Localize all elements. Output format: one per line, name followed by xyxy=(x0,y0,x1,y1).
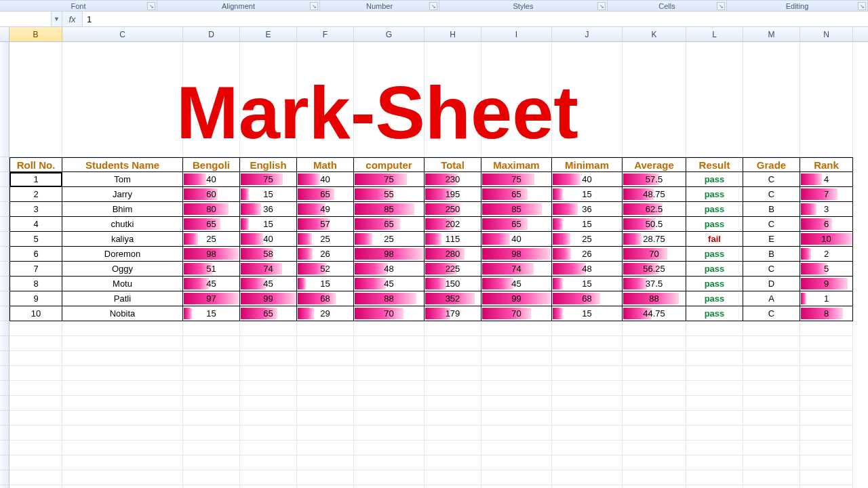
table-cell[interactable]: 48 xyxy=(354,262,425,277)
cell[interactable] xyxy=(297,426,354,441)
cell[interactable] xyxy=(62,336,183,351)
table-cell[interactable]: 98 xyxy=(354,247,425,262)
table-cell[interactable]: 68 xyxy=(552,291,623,306)
table-cell[interactable]: 62.5 xyxy=(623,202,686,217)
table-header[interactable]: computer xyxy=(354,157,425,172)
insert-function-button[interactable]: fx xyxy=(62,12,83,26)
table-cell[interactable]: fail xyxy=(686,232,743,247)
cell[interactable] xyxy=(9,396,62,411)
cell[interactable] xyxy=(425,42,481,157)
cell[interactable] xyxy=(481,336,552,351)
row-header[interactable] xyxy=(0,262,9,277)
cell[interactable] xyxy=(240,351,297,366)
table-cell[interactable]: 70 xyxy=(354,306,425,321)
cell[interactable] xyxy=(623,485,686,488)
cell[interactable] xyxy=(686,441,743,455)
table-cell[interactable]: 98 xyxy=(183,247,240,262)
table-cell[interactable]: 7 xyxy=(800,187,853,202)
table-cell[interactable]: pass xyxy=(686,247,743,262)
cell[interactable] xyxy=(800,470,853,485)
cell[interactable] xyxy=(9,42,62,157)
cell[interactable] xyxy=(9,321,62,336)
cell[interactable] xyxy=(354,381,425,396)
cell[interactable] xyxy=(62,441,183,455)
cell[interactable] xyxy=(240,381,297,396)
table-cell[interactable]: 9 xyxy=(9,291,62,306)
table-cell[interactable]: pass xyxy=(686,306,743,321)
table-cell[interactable]: 36 xyxy=(240,202,297,217)
table-cell[interactable]: 40 xyxy=(481,232,552,247)
cell[interactable] xyxy=(240,485,297,488)
cell[interactable] xyxy=(800,455,853,470)
table-cell[interactable]: 45 xyxy=(354,277,425,291)
col-header-F[interactable]: F xyxy=(297,27,354,41)
table-cell[interactable]: B xyxy=(743,247,800,262)
col-header-D[interactable]: D xyxy=(183,27,240,41)
table-cell[interactable]: 70 xyxy=(481,306,552,321)
cell[interactable] xyxy=(481,426,552,441)
cell[interactable] xyxy=(183,366,240,381)
cell[interactable] xyxy=(686,336,743,351)
table-header[interactable]: Bengoli xyxy=(183,157,240,172)
cell[interactable] xyxy=(743,396,800,411)
cell[interactable] xyxy=(425,366,481,381)
cell[interactable] xyxy=(354,396,425,411)
cell[interactable] xyxy=(240,470,297,485)
cell[interactable] xyxy=(183,426,240,441)
table-cell[interactable]: 1 xyxy=(9,172,62,187)
table-header[interactable]: English xyxy=(240,157,297,172)
table-cell[interactable]: Oggy xyxy=(62,262,183,277)
table-header[interactable]: Result xyxy=(686,157,743,172)
row-header[interactable] xyxy=(0,202,9,217)
cell[interactable] xyxy=(62,470,183,485)
table-header[interactable]: Grade xyxy=(743,157,800,172)
table-cell[interactable]: 85 xyxy=(354,202,425,217)
table-cell[interactable]: 2 xyxy=(9,187,62,202)
table-header[interactable]: Average xyxy=(623,157,686,172)
cell[interactable] xyxy=(425,351,481,366)
table-cell[interactable]: 29 xyxy=(297,306,354,321)
cell[interactable] xyxy=(354,42,425,157)
table-cell[interactable]: 15 xyxy=(552,306,623,321)
table-cell[interactable]: 15 xyxy=(183,306,240,321)
cell[interactable] xyxy=(481,396,552,411)
cell[interactable] xyxy=(62,366,183,381)
cell[interactable] xyxy=(481,381,552,396)
table-cell[interactable]: 4 xyxy=(800,172,853,187)
table-cell[interactable]: 179 xyxy=(425,306,481,321)
row-header[interactable] xyxy=(0,247,9,262)
cell[interactable] xyxy=(354,366,425,381)
row-header[interactable] xyxy=(0,306,9,321)
row-header[interactable] xyxy=(0,42,9,157)
cell[interactable] xyxy=(183,351,240,366)
cell[interactable] xyxy=(425,396,481,411)
table-cell[interactable]: 25 xyxy=(354,232,425,247)
table-cell[interactable]: 15 xyxy=(552,217,623,232)
cell[interactable] xyxy=(425,485,481,488)
row-header[interactable] xyxy=(0,351,9,366)
col-header-L[interactable]: L xyxy=(686,27,743,41)
table-cell[interactable]: 48 xyxy=(552,262,623,277)
cell[interactable] xyxy=(297,336,354,351)
table-cell[interactable]: pass xyxy=(686,217,743,232)
table-cell[interactable]: 45 xyxy=(183,277,240,291)
cell[interactable] xyxy=(9,336,62,351)
table-cell[interactable]: 60 xyxy=(183,187,240,202)
cell[interactable] xyxy=(183,485,240,488)
cell[interactable] xyxy=(743,470,800,485)
cell[interactable] xyxy=(240,366,297,381)
row-header[interactable] xyxy=(0,381,9,396)
table-cell[interactable]: 55 xyxy=(354,187,425,202)
cell[interactable] xyxy=(623,336,686,351)
cell[interactable] xyxy=(743,485,800,488)
table-cell[interactable]: Tom xyxy=(62,172,183,187)
table-cell[interactable]: pass xyxy=(686,291,743,306)
cell[interactable] xyxy=(623,396,686,411)
cell[interactable] xyxy=(240,455,297,470)
cell[interactable] xyxy=(297,470,354,485)
table-cell[interactable]: Bhim xyxy=(62,202,183,217)
cell[interactable] xyxy=(623,351,686,366)
row-header[interactable] xyxy=(0,470,9,485)
cell[interactable] xyxy=(743,321,800,336)
table-cell[interactable]: 15 xyxy=(240,187,297,202)
